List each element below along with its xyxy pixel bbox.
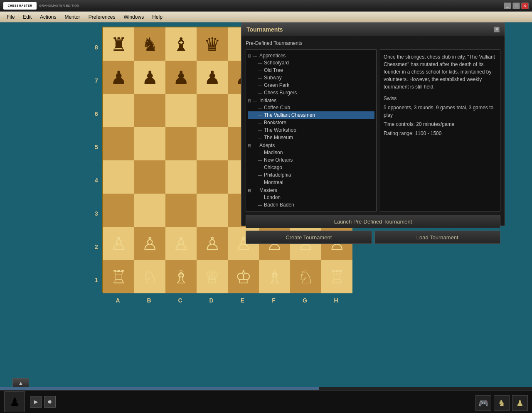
play-button[interactable]: ▶ (30, 396, 42, 408)
logo-subtitle: GRANDMASTER EDITION (39, 4, 79, 7)
square-b6[interactable] (134, 94, 165, 127)
tree-group-adepts: ⊟ — Adepts Madison New Orleans Chicago P… (248, 142, 374, 186)
menu-edit[interactable]: Edit (19, 13, 36, 21)
square-h1[interactable]: ♖ (321, 260, 352, 293)
square-c2[interactable]: ♙ (165, 227, 197, 260)
square-c1[interactable]: ♗ (165, 260, 197, 293)
square-a2[interactable]: ♙ (103, 227, 134, 260)
menu-mentor[interactable]: Mentor (60, 13, 84, 21)
info-time-controls: Time controls: 20 minutes/game (384, 120, 497, 128)
rank-2: 2 (91, 230, 102, 263)
square-c6[interactable] (165, 94, 197, 127)
tree-item-new-orleans[interactable]: New Orleans (248, 156, 374, 164)
square-a3[interactable] (103, 194, 134, 227)
square-d3[interactable] (197, 194, 228, 227)
tree-item-madison[interactable]: Madison (248, 149, 374, 156)
square-b8[interactable]: ♞ (134, 27, 165, 61)
square-a6[interactable] (103, 94, 134, 127)
square-a7[interactable]: ♟ (103, 61, 134, 94)
tree-item-subway[interactable]: Subway (248, 74, 374, 81)
tree-item-london[interactable]: London (248, 194, 374, 201)
logo-text: CHESSMASTER (3, 2, 37, 10)
record-button[interactable]: ⏺ (44, 396, 56, 408)
tree-item-the-workshop[interactable]: The Workshop (248, 126, 374, 134)
menu-windows[interactable]: Windows (119, 13, 148, 21)
minimize-button[interactable]: _ (504, 2, 511, 9)
square-b5[interactable] (134, 127, 165, 160)
tree-group-header-apprentices[interactable]: ⊟ — Apprentices (248, 52, 374, 59)
square-d6[interactable] (197, 94, 228, 127)
tree-group-header-masters[interactable]: ⊟ — Masters (248, 187, 374, 194)
info-rating-range: Rating range: 1100 - 1500 (384, 130, 497, 137)
square-a4[interactable] (103, 160, 134, 194)
square-c8[interactable]: ♝ (165, 27, 197, 61)
square-a1[interactable]: ♖ (103, 260, 134, 293)
square-d7[interactable]: ♟ (197, 61, 228, 94)
predefined-tournaments-label: Pre-Defined Tournaments (246, 40, 500, 46)
square-f1[interactable]: ♗ (259, 260, 290, 293)
menu-file[interactable]: File (2, 13, 19, 21)
menu-help[interactable]: Help (148, 13, 167, 21)
menu-preferences[interactable]: Preferences (84, 13, 120, 21)
tree-item-coffee-club[interactable]: Coffee Club (248, 104, 374, 111)
square-a8[interactable]: ♜ (103, 27, 134, 61)
progress-fill (0, 387, 319, 390)
bottom-right-icons: 🎮 ♞ ♟ (475, 395, 528, 411)
tree-item-chicago[interactable]: Chicago (248, 164, 374, 171)
adepts-label: Adepts (259, 143, 275, 148)
menu-actions[interactable]: Actions (36, 13, 60, 21)
dash-adepts: — (253, 143, 257, 148)
square-b4[interactable] (134, 160, 165, 194)
square-d4[interactable] (197, 160, 228, 194)
tree-item-valliant-chessmen[interactable]: The Valliant Chessmen (248, 111, 374, 119)
launch-predefined-button[interactable]: Launch Pre-Defined Tournament (246, 215, 500, 228)
rank-4: 4 (91, 164, 102, 197)
square-e1[interactable]: ♔ (228, 260, 259, 293)
square-b1[interactable]: ♘ (134, 260, 165, 293)
tree-item-montreal[interactable]: Montreal (248, 179, 374, 186)
square-d1[interactable]: ♕ (197, 260, 228, 293)
icon-knight[interactable]: ♞ (494, 395, 510, 411)
create-tournament-button[interactable]: Create Tournament (246, 231, 372, 244)
square-c5[interactable] (165, 127, 197, 160)
square-a5[interactable] (103, 127, 134, 160)
dash-initiates: — (253, 98, 257, 103)
expand-icon-initiates: ⊟ (248, 98, 251, 103)
tree-item-bookstore[interactable]: Bookstore (248, 119, 374, 126)
file-f: F (258, 295, 289, 306)
square-d8[interactable]: ♛ (197, 27, 228, 61)
square-c7[interactable]: ♟ (165, 61, 197, 94)
dialog-title: Tournaments (246, 26, 283, 33)
tree-item-schoolyard[interactable]: Schoolyard (248, 59, 374, 66)
load-tournament-button[interactable]: Load Tournament (374, 231, 501, 244)
square-b2[interactable]: ♙ (134, 227, 165, 260)
icon-settings[interactable]: 🎮 (475, 395, 491, 411)
dialog-close-button[interactable]: ✕ (494, 27, 500, 32)
tree-item-old-tree[interactable]: Old Tree (248, 66, 374, 74)
tree-item-baden-baden[interactable]: Baden Baden (248, 201, 374, 209)
square-c4[interactable] (165, 160, 197, 194)
square-g1[interactable]: ♘ (290, 260, 321, 293)
tree-item-philadelphia[interactable]: Philadelphia (248, 171, 374, 179)
tree-item-chess-burgers[interactable]: Chess Burgers (248, 89, 374, 96)
square-b7[interactable]: ♟ (134, 61, 165, 94)
square-d5[interactable] (197, 127, 228, 160)
file-c: C (165, 295, 196, 306)
file-a: A (102, 295, 133, 306)
rank-8: 8 (91, 31, 102, 64)
rank-labels: 8 7 6 5 4 3 2 1 (91, 31, 102, 297)
square-c3[interactable] (165, 194, 197, 227)
bottom-buttons: Create Tournament Load Tournament (246, 231, 500, 244)
status-bar: ♟ ▶ ⏺ 🎮 ♞ ♟ (0, 390, 532, 413)
tree-item-the-museum[interactable]: The Museum (248, 134, 374, 141)
tree-item-green-park[interactable]: Green Park (248, 81, 374, 89)
icon-pawn[interactable]: ♟ (512, 395, 528, 411)
tournament-info-panel: Once the strongest chess club in city, "… (380, 49, 500, 211)
square-b3[interactable] (134, 194, 165, 227)
square-d2[interactable]: ♙ (197, 227, 228, 260)
close-button[interactable]: ✕ (521, 2, 529, 9)
tournament-tree[interactable]: ⊟ — Apprentices Schoolyard Old Tree Subw… (246, 49, 377, 211)
maximize-button[interactable]: □ (512, 2, 520, 9)
tree-group-header-adepts[interactable]: ⊟ — Adepts (248, 142, 374, 149)
tree-group-header-initiates[interactable]: ⊟ — Initiates (248, 97, 374, 104)
